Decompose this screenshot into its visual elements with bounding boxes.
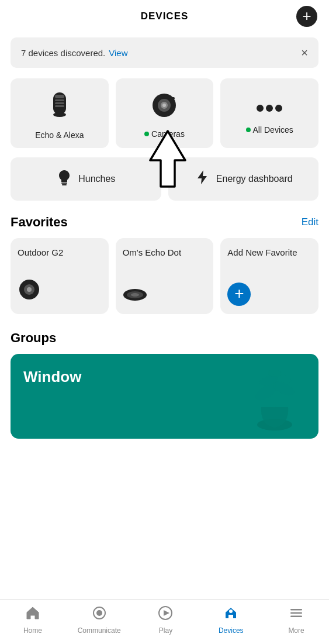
nav-item-home[interactable]: Home bbox=[12, 605, 53, 635]
hunches-label: Hunches bbox=[78, 174, 115, 184]
svg-point-13 bbox=[275, 105, 282, 112]
group-window-name: Window bbox=[23, 368, 81, 386]
add-new-favorite-label: Add New Favorite bbox=[227, 247, 311, 257]
header: DEVICES + bbox=[0, 0, 329, 33]
devices-icon bbox=[223, 605, 238, 624]
svg-rect-4 bbox=[55, 105, 64, 107]
svg-point-20 bbox=[27, 287, 32, 292]
nav-item-communicate[interactable]: Communicate bbox=[78, 605, 121, 635]
discovery-text: 7 devices discovered. bbox=[21, 48, 105, 58]
cameras-label: Cameras bbox=[144, 129, 185, 139]
svg-marker-33 bbox=[164, 610, 169, 616]
all-devices-label: All Devices bbox=[246, 125, 293, 135]
svg-rect-35 bbox=[290, 609, 302, 611]
group-window-card[interactable]: Window bbox=[11, 354, 318, 439]
add-new-favorite-card[interactable]: Add New Favorite + bbox=[220, 238, 318, 314]
favorite-outdoor-g2[interactable]: Outdoor G2 bbox=[11, 238, 109, 314]
nav-more-label: More bbox=[288, 626, 304, 635]
svg-point-11 bbox=[257, 105, 264, 112]
category-grid-row2: Hunches Energy dashboard bbox=[0, 157, 329, 215]
nav-item-devices[interactable]: Devices bbox=[210, 605, 251, 635]
energy-dashboard-label: Energy dashboard bbox=[216, 174, 293, 184]
discovery-close-button[interactable]: × bbox=[301, 47, 308, 58]
groups-title: Groups bbox=[11, 330, 56, 345]
favorites-edit-button[interactable]: Edit bbox=[302, 216, 318, 228]
bottom-nav: Home Communicate Play D bbox=[0, 599, 329, 644]
svg-rect-2 bbox=[55, 99, 64, 101]
groups-section-header: Groups bbox=[0, 330, 329, 354]
favorites-title: Favorites bbox=[11, 215, 68, 230]
home-icon bbox=[25, 605, 40, 624]
add-device-button[interactable]: + bbox=[296, 6, 317, 27]
discovery-banner: 7 devices discovered. View × bbox=[11, 37, 318, 68]
echo-alexa-icon bbox=[47, 90, 72, 126]
svg-point-34 bbox=[229, 609, 233, 613]
play-icon bbox=[158, 605, 173, 624]
svg-rect-37 bbox=[290, 616, 302, 618]
svg-marker-17 bbox=[198, 170, 207, 184]
favorite-oms-echo-dot-name: Om's Echo Dot bbox=[123, 247, 207, 257]
category-echo-alexa[interactable]: Echo & Alexa bbox=[11, 78, 109, 148]
nav-item-more[interactable]: More bbox=[276, 605, 317, 635]
communicate-icon bbox=[92, 605, 107, 624]
svg-rect-16 bbox=[62, 184, 67, 185]
nav-devices-label: Devices bbox=[219, 626, 244, 635]
svg-point-5 bbox=[53, 112, 66, 117]
energy-dashboard-icon bbox=[194, 169, 210, 189]
discovery-view-link[interactable]: View bbox=[109, 48, 127, 58]
more-icon bbox=[289, 605, 304, 624]
favorites-section-header: Favorites Edit bbox=[0, 215, 329, 238]
svg-point-31 bbox=[96, 610, 102, 616]
category-cameras[interactable]: Cameras bbox=[116, 78, 214, 148]
all-devices-status-dot bbox=[246, 128, 251, 132]
all-devices-icon bbox=[255, 96, 283, 120]
category-all-devices[interactable]: All Devices bbox=[220, 78, 318, 148]
nav-play-label: Play bbox=[159, 626, 172, 635]
svg-point-9 bbox=[162, 104, 166, 107]
cameras-icon bbox=[150, 91, 178, 125]
nav-item-play[interactable]: Play bbox=[145, 605, 186, 635]
group-plant-decoration bbox=[237, 360, 313, 439]
svg-rect-3 bbox=[55, 102, 64, 104]
hunches-icon bbox=[56, 169, 72, 189]
svg-rect-15 bbox=[61, 182, 67, 184]
nav-communicate-label: Communicate bbox=[78, 626, 121, 635]
svg-rect-10 bbox=[171, 97, 175, 99]
svg-point-12 bbox=[266, 105, 273, 112]
add-new-favorite-button[interactable]: + bbox=[227, 283, 251, 306]
category-row2-wrapper: Hunches Energy dashboard bbox=[0, 157, 329, 215]
svg-rect-36 bbox=[290, 612, 302, 614]
page-title: DEVICES bbox=[141, 11, 189, 22]
favorite-oms-echo-dot[interactable]: Om's Echo Dot bbox=[116, 238, 214, 314]
oms-echo-dot-icon bbox=[123, 284, 147, 306]
favorites-grid: Outdoor G2 Om's Echo Dot bbox=[0, 238, 329, 330]
svg-point-23 bbox=[131, 293, 139, 297]
category-grid: Echo & Alexa Cameras bbox=[0, 78, 329, 157]
favorite-outdoor-g2-name: Outdoor G2 bbox=[18, 247, 102, 257]
cameras-status-dot bbox=[144, 132, 149, 136]
nav-home-label: Home bbox=[23, 626, 42, 635]
echo-alexa-label: Echo & Alexa bbox=[35, 130, 84, 140]
outdoor-g2-icon bbox=[18, 278, 41, 306]
category-energy-dashboard[interactable]: Energy dashboard bbox=[168, 157, 319, 201]
category-hunches[interactable]: Hunches bbox=[11, 157, 161, 201]
svg-rect-1 bbox=[55, 95, 64, 98]
